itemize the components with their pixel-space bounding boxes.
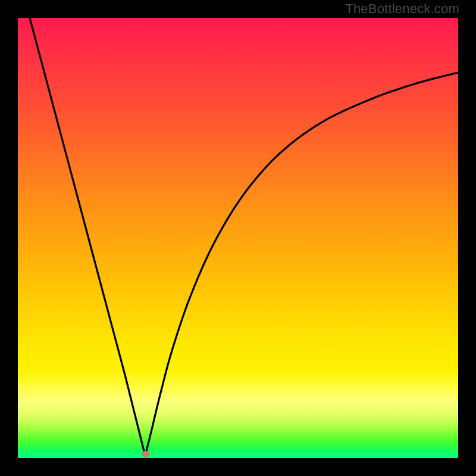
curve-svg <box>18 18 458 458</box>
minimum-marker <box>142 451 150 457</box>
plot-area <box>18 18 458 458</box>
attribution-text: TheBottleneck.com <box>345 1 459 17</box>
bottleneck-curve <box>30 18 458 456</box>
chart-container: TheBottleneck.com <box>0 0 476 476</box>
